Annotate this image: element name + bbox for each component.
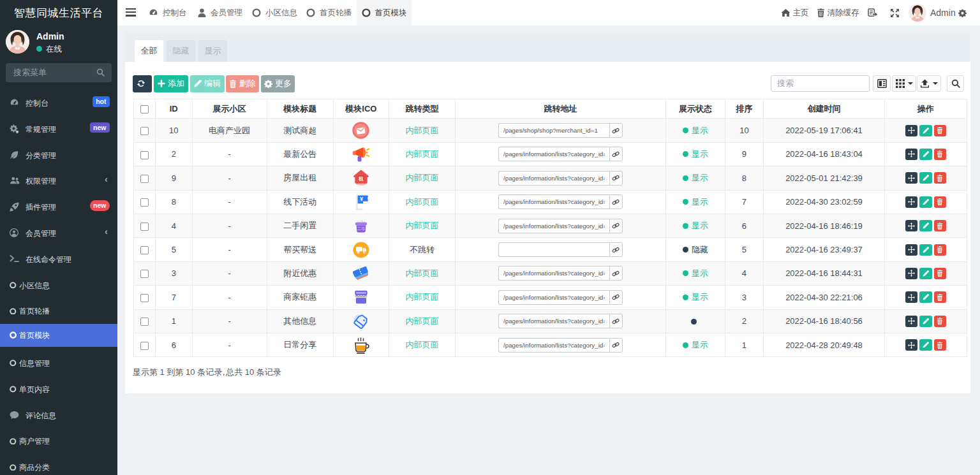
- svg-text:二手: 二手: [357, 226, 366, 231]
- svg-text:¥: ¥: [360, 196, 363, 202]
- svg-text:租: 租: [358, 176, 364, 182]
